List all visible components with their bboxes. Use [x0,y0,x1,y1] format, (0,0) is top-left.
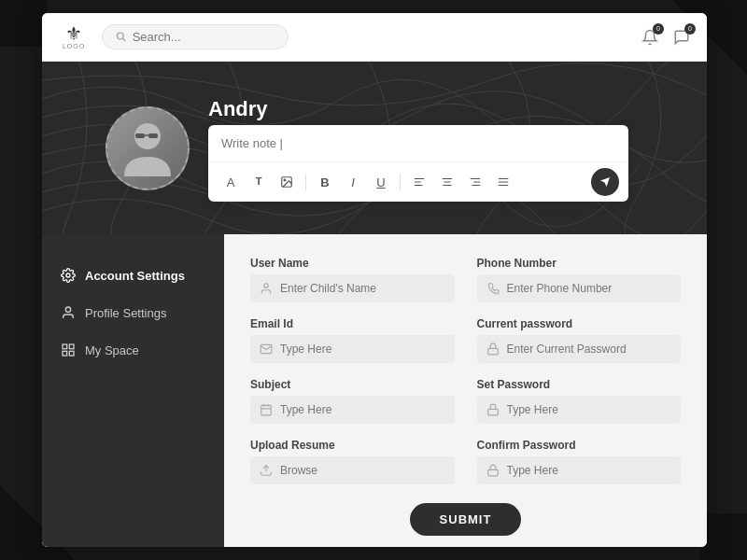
grid-icon [61,343,76,357]
note-toolbar: A T B I U [208,161,628,202]
messages-icon[interactable]: 0 [671,27,692,48]
current-password-input-wrap [477,335,682,363]
upload-icon [260,464,273,477]
profile-name: Andry [208,97,268,121]
username-input[interactable] [280,282,445,295]
confirm-password-input-wrap [477,456,682,484]
search-icon [116,31,127,43]
subject-input-wrap [250,396,455,424]
underline-button[interactable]: U [368,169,394,195]
align-right-icon [469,175,482,189]
logo: ⚜ LOGO [57,21,91,54]
username-group: User Name [250,257,455,302]
set-password-input[interactable] [507,403,672,416]
topbar: ⚜ LOGO 0 0 [42,13,707,62]
current-password-label: Current password [477,317,682,330]
topbar-right: 0 0 [640,27,692,48]
subject-label: Subject [250,378,455,391]
sidebar-item-label: Account Settings [85,269,185,283]
notifications-icon[interactable]: 0 [640,27,660,48]
send-icon [599,176,611,188]
note-editor: A T B I U [208,125,628,202]
svg-point-7 [284,179,286,181]
current-password-group: Current password [477,317,682,363]
username-input-wrap [250,274,455,302]
confirm-password-icon [486,464,500,477]
subject-input[interactable] [280,403,445,416]
confirm-password-input[interactable] [507,464,672,477]
toolbar-divider-2 [400,174,401,190]
align-left-button[interactable] [406,169,432,195]
set-password-label: Set Password [477,378,682,391]
user-icon [61,305,76,320]
align-center-button[interactable] [434,169,460,195]
upload-group: Upload Resume [250,439,455,484]
svg-rect-32 [487,409,498,414]
svg-rect-25 [69,351,74,356]
corner-decoration-tl [0,0,47,47]
align-justify-button[interactable] [490,169,516,195]
logo-text: LOGO [63,43,85,49]
image-button[interactable] [274,169,300,195]
font-size-button[interactable]: A [218,169,244,195]
email-group: Email Id [250,317,455,363]
submit-row: SUBMIT [250,503,681,536]
lock-icon [486,343,500,356]
phone-icon [486,282,500,295]
email-label: Email Id [250,317,455,330]
confirm-password-label: Confirm Password [477,439,682,452]
send-button[interactable] [591,168,619,196]
sidebar: Account Settings Profile Settings My Spa… [42,234,224,547]
set-password-icon [486,403,500,416]
subject-group: Subject [250,378,455,424]
set-password-input-wrap [477,396,682,424]
email-input[interactable] [280,343,445,356]
svg-point-20 [66,273,70,277]
svg-rect-22 [63,344,67,349]
messages-badge: 0 [684,23,696,35]
phone-group: Phone Number [477,257,682,302]
sidebar-item-account-settings[interactable]: Account Settings [42,257,224,294]
avatar [106,106,190,190]
phone-label: Phone Number [477,257,682,270]
corner-decoration-br [700,513,747,560]
confirm-password-group: Confirm Password [477,439,682,484]
form-grid: User Name Phone Number Email [250,257,681,484]
text-format-button[interactable]: T [246,169,272,195]
align-justify-icon [497,175,510,189]
current-password-input[interactable] [507,343,672,356]
sidebar-item-my-space[interactable]: My Space [42,331,224,369]
sidebar-item-profile-settings[interactable]: Profile Settings [42,294,224,331]
upload-input[interactable] [280,464,445,477]
search-input[interactable] [133,30,275,44]
gear-icon [61,268,76,283]
svg-rect-24 [63,351,67,356]
svg-rect-4 [148,133,158,138]
toolbar-divider [305,174,306,190]
set-password-group: Set Password [477,378,682,424]
subject-icon [260,403,273,416]
submit-button[interactable]: SUBMIT [410,503,522,536]
svg-rect-27 [487,348,498,354]
svg-line-1 [122,38,125,41]
svg-rect-28 [261,405,272,415]
italic-button[interactable]: I [340,169,366,195]
align-left-icon [413,175,426,189]
user-field-icon [260,282,273,295]
svg-rect-34 [487,469,498,475]
svg-rect-3 [135,133,145,138]
search-bar[interactable] [102,24,289,49]
align-right-button[interactable] [462,169,488,195]
logo-icon: ⚜ [65,24,82,43]
svg-rect-23 [69,344,74,349]
phone-input[interactable] [507,282,672,295]
bold-button[interactable]: B [312,169,338,195]
sidebar-item-label: My Space [85,343,139,357]
form-area: User Name Phone Number Email [224,234,707,547]
note-input[interactable] [208,125,628,161]
image-icon [280,175,293,189]
upload-label: Upload Resume [250,439,455,452]
align-center-icon [441,175,454,189]
profile-banner: Andry A T B [42,62,707,234]
email-icon [260,343,273,356]
